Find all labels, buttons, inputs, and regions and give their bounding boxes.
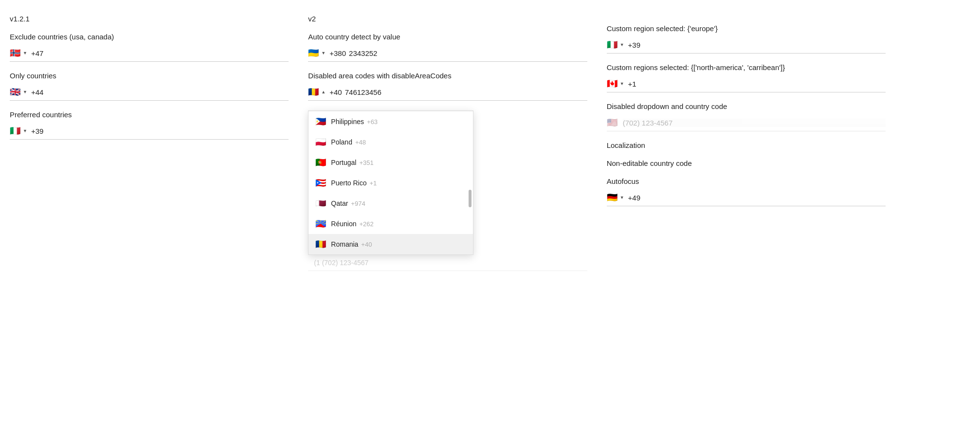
germany-flag: 🇩🇪 [607,192,617,203]
section-disabled-area-codes: Disabled area codes with disableAreaCode… [308,72,587,80]
disabled-phone-input [623,119,886,127]
dropdown-item-puerto-rico[interactable]: 🇵🇷 Puerto Rico +1 [309,173,473,193]
version-1: v1.2.1 [10,15,289,23]
poland-code: +48 [355,139,366,146]
section-localization: Localization [607,141,886,149]
portugal-code: +351 [359,159,373,166]
section-autofocus: Autofocus [607,177,886,185]
norway-phone-input[interactable] [46,49,289,57]
flag-selector-uk[interactable]: 🇬🇧 ▼ [10,87,27,97]
section-only-countries: Only countries [10,72,289,80]
canada-code: +1 [628,80,636,88]
section-auto-detect: Auto country detect by value [308,33,587,41]
flag-selector-italy-1[interactable]: 🇮🇹 ▼ [10,126,27,136]
italy-flag-2: 🇮🇹 [607,39,617,50]
phone-row-italy-2: 🇮🇹 ▼ +39 [607,39,886,54]
section-non-editable: Non-editable country code [607,159,886,167]
romania-code: +40 [329,88,342,96]
dropdown-item-qatar[interactable]: 🇶🇦 Qatar +974 [309,193,473,214]
dropdown-item-philippines[interactable]: 🇵🇭 Philippines +63 [309,111,473,132]
ukraine-dropdown-arrow: ▼ [321,51,326,55]
phone-row-italy-1: 🇮🇹 ▼ +39 [10,126,289,140]
italy-flag-1: 🇮🇹 [10,126,20,136]
reunion-name: Réunion [331,220,356,228]
version-2: v2 [308,15,587,23]
usa-flag-disabled: 🇺🇸 [607,117,617,128]
phone-row-canada: 🇨🇦 ▼ +1 [607,78,886,92]
flag-selector-canada[interactable]: 🇨🇦 ▼ [607,78,624,89]
puerto-rico-name: Puerto Rico [331,179,366,187]
norway-dropdown-arrow: ▼ [23,51,27,55]
poland-flag: 🇵🇱 [315,137,326,147]
qatar-name: Qatar [331,199,348,207]
column-1: v1.2.1 Exclude countries (usa, canada) 🇳… [10,10,289,276]
canada-dropdown-arrow: ▼ [620,81,624,86]
dropdown-item-portugal[interactable]: 🇵🇹 Portugal +351 [309,152,473,173]
romania-dropdown-arrow: ▲ [321,90,326,94]
dropdown-bottom-partial: (1 (702) 123-4567 [308,255,587,271]
phone-row-uk: 🇬🇧 ▼ +44 [10,87,289,101]
portugal-flag: 🇵🇹 [315,157,326,168]
dropdown-item-reunion[interactable]: 🇷🇪 Réunion +262 [309,214,473,234]
italy-phone-input-1[interactable] [46,127,289,135]
section-exclude-countries: Exclude countries (usa, canada) [10,33,289,41]
ukraine-code: +380 [329,49,346,57]
romania-flag: 🇷🇴 [308,87,319,97]
uk-phone-input[interactable] [46,88,289,96]
reunion-code: +262 [359,220,373,228]
phone-row-norway: 🇳🇴 ▼ +47 [10,48,289,62]
section-custom-regions-na: Custom regions selected: {['north-americ… [607,63,886,72]
partial-phone-text: (1 (702) 123-4567 [314,259,368,267]
puerto-rico-code: +1 [369,180,377,187]
qatar-code: +974 [351,200,365,207]
ukraine-phone-input[interactable] [349,49,587,57]
poland-name: Poland [331,138,352,146]
puerto-rico-flag: 🇵🇷 [315,178,326,188]
romania-phone-input[interactable] [345,88,587,96]
phone-row-disabled: 🇺🇸 [607,117,886,131]
philippines-flag: 🇵🇭 [315,116,326,127]
italy-dropdown-arrow-2: ▼ [620,42,624,47]
germany-phone-input[interactable] [643,194,886,202]
dropdown-item-romania[interactable]: 🇷🇴 Romania +40 [309,234,473,254]
qatar-flag: 🇶🇦 [315,198,326,209]
uk-code: +44 [31,88,43,96]
germany-dropdown-arrow: ▼ [620,195,624,200]
romania-code-item: +40 [361,241,372,248]
flag-selector-germany[interactable]: 🇩🇪 ▼ [607,192,624,203]
canada-phone-input[interactable] [639,80,886,88]
philippines-code: +63 [367,118,378,126]
flag-selector-usa-disabled: 🇺🇸 [607,117,619,128]
scrollbar-thumb [469,190,472,207]
reunion-flag: 🇷🇪 [315,218,326,229]
norway-flag: 🇳🇴 [10,48,20,58]
flag-selector-italy-2[interactable]: 🇮🇹 ▼ [607,39,624,50]
germany-code: +49 [628,194,640,202]
phone-row-germany: 🇩🇪 ▼ +49 [607,192,886,206]
norway-code: +47 [31,49,43,57]
ukraine-flag: 🇺🇦 [308,48,319,58]
uk-dropdown-arrow: ▼ [23,90,27,94]
scrollbar-track[interactable] [468,111,472,254]
philippines-name: Philippines [331,118,364,126]
italy-phone-input-2[interactable] [643,41,886,49]
italy-dropdown-arrow-1: ▼ [23,128,27,133]
column-2: v2 Auto country detect by value 🇺🇦 ▼ +38… [308,10,587,276]
flag-selector-ukraine[interactable]: 🇺🇦 ▼ [308,48,326,58]
flag-selector-norway[interactable]: 🇳🇴 ▼ [10,48,27,58]
romania-dropdown-container: 🇷🇴 ▲ +40 🇵🇭 Philippines +63 🇵🇱 Poland [308,87,587,271]
italy-code-2: +39 [628,41,640,49]
section-custom-region-europe: Custom region selected: {'europe'} [607,24,886,33]
romania-name: Romania [331,240,358,248]
column-3: Custom region selected: {'europe'} 🇮🇹 ▼ … [607,10,886,276]
main-layout: v1.2.1 Exclude countries (usa, canada) 🇳… [10,10,886,276]
italy-code-1: +39 [31,127,43,135]
flag-selector-romania[interactable]: 🇷🇴 ▲ [308,87,326,97]
uk-flag: 🇬🇧 [10,87,20,97]
section-preferred-countries: Preferred countries [10,110,289,119]
portugal-name: Portugal [331,159,356,166]
romania-flag-item: 🇷🇴 [315,239,326,250]
dropdown-item-poland[interactable]: 🇵🇱 Poland +48 [309,132,473,152]
phone-row-ukraine: 🇺🇦 ▼ +380 [308,48,587,62]
section-disabled-dropdown: Disabled dropdown and country code [607,102,886,110]
